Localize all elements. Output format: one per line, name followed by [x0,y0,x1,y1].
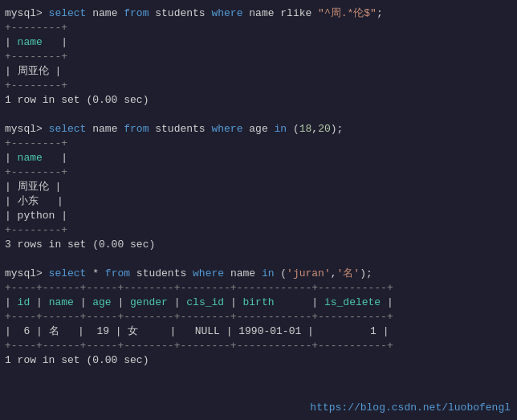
table1-bottom: +--------+ [5,79,512,93]
table2-top: +--------+ [5,137,512,151]
blog-url: https://blog.csdn.net/luobofengl [310,402,511,414]
table2-row-3: | python | [5,209,512,223]
result-info-3: 1 row in set (0.00 sec) [5,353,512,368]
table2-sep: +--------+ [5,165,512,180]
table1-row-1: | 周亚伦 | [5,64,512,79]
table1-header: | name | [5,35,512,50]
table3-bottom: +----+------+-----+--------+--------+---… [5,339,512,353]
table3-header: | id | name | age | gender | cls_id | bi… [5,296,512,310]
table3-row-1: | 6 | 名 | 19 | 女 | NULL | 1990-01-01 | 1… [5,324,512,339]
result-info-2: 3 rows in set (0.00 sec) [5,238,512,252]
table2-bottom: +--------+ [5,223,512,238]
table3-top: +----+------+-----+--------+--------+---… [5,281,512,296]
terminal-window: mysql> select name from students where n… [0,0,517,420]
table2-header: | name | [5,151,512,165]
table3-sep: +----+------+-----+--------+--------+---… [5,310,512,324]
query-line-3: mysql> select * from students where name… [5,267,512,281]
blank-1 [5,108,512,122]
table2-row-1: | 周亚伦 | [5,180,512,194]
result-info-1: 1 row in set (0.00 sec) [5,93,512,108]
blank-2 [5,252,512,267]
query-line-2: mysql> select name from students where a… [5,122,512,137]
query-line-1: mysql> select name from students where n… [5,6,512,21]
table1-top: +--------+ [5,21,512,35]
table2-row-2: | 小东 | [5,194,512,209]
table1-sep: +--------+ [5,50,512,64]
